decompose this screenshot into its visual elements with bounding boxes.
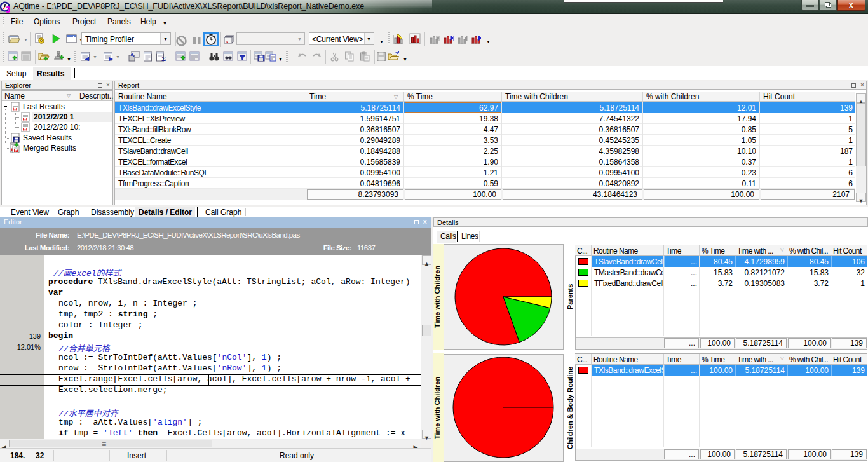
svg-text:3: 3: [6, 4, 11, 13]
svg-text:Σ: Σ: [161, 55, 166, 62]
